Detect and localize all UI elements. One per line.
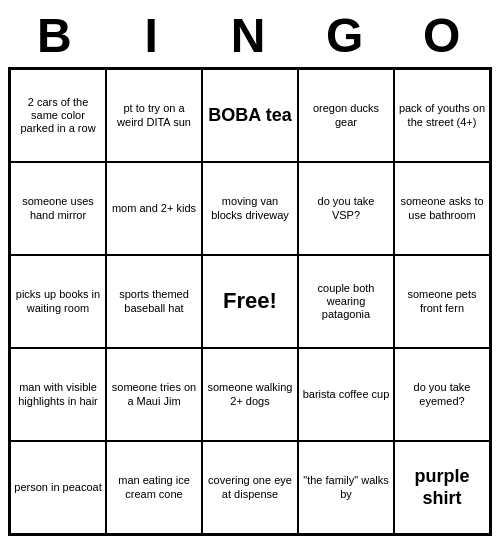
bingo-cell-r5c3[interactable]: covering one eye at dispense (202, 441, 298, 534)
bingo-cell-r1c5[interactable]: pack of youths on the street (4+) (394, 69, 490, 162)
bingo-cell-r2c4[interactable]: do you take VSP? (298, 162, 394, 255)
bingo-cell-r4c1[interactable]: man with visible highlights in hair (10, 348, 106, 441)
title-letter-b: B (8, 8, 105, 63)
title-letter-n: N (202, 8, 299, 63)
bingo-cell-r4c3[interactable]: someone walking 2+ dogs (202, 348, 298, 441)
bingo-cell-r2c1[interactable]: someone uses hand mirror (10, 162, 106, 255)
bingo-title: BINGO (8, 8, 492, 63)
bingo-grid: 2 cars of the same color parked in a row… (8, 67, 492, 536)
bingo-cell-r3c2[interactable]: sports themed baseball hat (106, 255, 202, 348)
bingo-cell-r2c2[interactable]: mom and 2+ kids (106, 162, 202, 255)
title-letter-i: I (105, 8, 202, 63)
bingo-cell-r3c3[interactable]: Free! (202, 255, 298, 348)
bingo-cell-r1c2[interactable]: pt to try on a weird DITA sun (106, 69, 202, 162)
bingo-cell-r2c5[interactable]: someone asks to use bathroom (394, 162, 490, 255)
bingo-cell-r4c4[interactable]: barista coffee cup (298, 348, 394, 441)
bingo-cell-r5c4[interactable]: "the family" walks by (298, 441, 394, 534)
bingo-cell-r1c3[interactable]: BOBA tea (202, 69, 298, 162)
bingo-cell-r5c5[interactable]: purple shirt (394, 441, 490, 534)
bingo-cell-r3c5[interactable]: someone pets front fern (394, 255, 490, 348)
bingo-cell-r3c1[interactable]: picks up books in waiting room (10, 255, 106, 348)
bingo-cell-r1c1[interactable]: 2 cars of the same color parked in a row (10, 69, 106, 162)
bingo-cell-r5c2[interactable]: man eating ice cream cone (106, 441, 202, 534)
bingo-cell-r1c4[interactable]: oregon ducks gear (298, 69, 394, 162)
title-letter-g: G (298, 8, 395, 63)
bingo-cell-r5c1[interactable]: person in peacoat (10, 441, 106, 534)
bingo-cell-r3c4[interactable]: couple both wearing patagonia (298, 255, 394, 348)
bingo-cell-r4c2[interactable]: someone tries on a Maui Jim (106, 348, 202, 441)
bingo-cell-r2c3[interactable]: moving van blocks driveway (202, 162, 298, 255)
title-letter-o: O (395, 8, 492, 63)
bingo-cell-r4c5[interactable]: do you take eyemed? (394, 348, 490, 441)
